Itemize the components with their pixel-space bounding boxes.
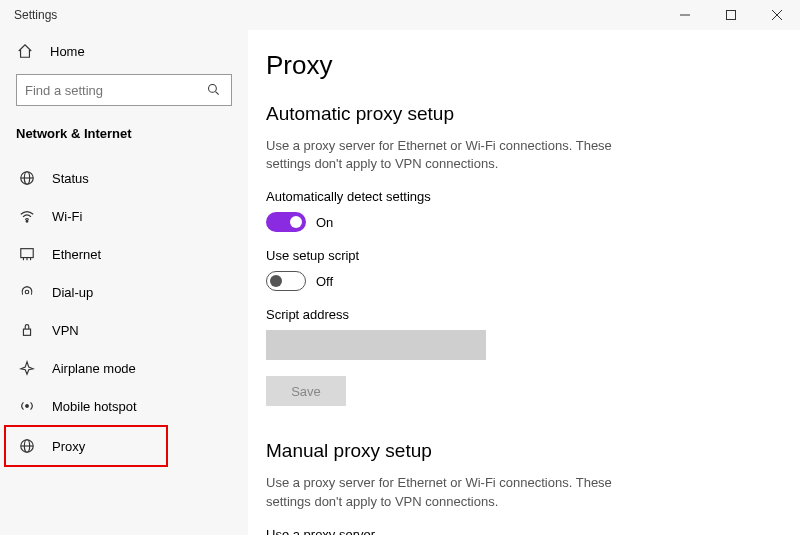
script-toggle[interactable]	[266, 271, 306, 291]
home-icon	[16, 42, 34, 60]
selection-highlight: Proxy	[4, 425, 168, 467]
globe-icon	[18, 169, 36, 187]
sidebar-item-label: Proxy	[52, 439, 85, 454]
search-input[interactable]	[16, 74, 232, 106]
hotspot-icon	[18, 397, 36, 415]
detect-label: Automatically detect settings	[266, 189, 770, 204]
sidebar-item-status[interactable]: Status	[16, 159, 232, 197]
svg-point-9	[26, 220, 28, 222]
sidebar-item-label: VPN	[52, 323, 79, 338]
sidebar-item-wifi[interactable]: Wi-Fi	[16, 197, 232, 235]
sidebar-item-proxy[interactable]: Proxy	[6, 427, 166, 465]
home-button[interactable]: Home	[16, 42, 232, 60]
auto-description: Use a proxy server for Ethernet or Wi-Fi…	[266, 137, 636, 173]
titlebar: Settings	[0, 0, 800, 30]
script-address-input[interactable]	[266, 330, 486, 360]
sidebar-item-label: Status	[52, 171, 89, 186]
script-state: Off	[316, 274, 333, 289]
minimize-button[interactable]	[662, 0, 708, 30]
home-label: Home	[50, 44, 85, 59]
save-button[interactable]: Save	[266, 376, 346, 406]
airplane-icon	[18, 359, 36, 377]
auto-heading: Automatic proxy setup	[266, 103, 770, 125]
vpn-icon	[18, 321, 36, 339]
detect-toggle[interactable]	[266, 212, 306, 232]
manual-heading: Manual proxy setup	[266, 440, 770, 462]
svg-point-4	[209, 85, 217, 93]
window-controls	[662, 0, 800, 30]
svg-point-16	[26, 405, 29, 408]
proxy-icon	[18, 437, 36, 455]
manual-description: Use a proxy server for Ethernet or Wi-Fi…	[266, 474, 636, 510]
sidebar: Home Network & Internet Status Wi-Fi Eth…	[0, 30, 248, 535]
sidebar-item-label: Airplane mode	[52, 361, 136, 376]
sidebar-item-label: Mobile hotspot	[52, 399, 137, 414]
script-label: Use setup script	[266, 248, 770, 263]
search-field[interactable]	[25, 83, 205, 98]
window-title: Settings	[14, 8, 57, 22]
search-icon	[205, 81, 223, 99]
svg-point-14	[25, 290, 29, 294]
main-content: Proxy Automatic proxy setup Use a proxy …	[248, 30, 800, 535]
sidebar-item-vpn[interactable]: VPN	[16, 311, 232, 349]
sidebar-item-ethernet[interactable]: Ethernet	[16, 235, 232, 273]
sidebar-item-label: Ethernet	[52, 247, 101, 262]
use-proxy-label: Use a proxy server	[266, 527, 770, 535]
sidebar-item-hotspot[interactable]: Mobile hotspot	[16, 387, 232, 425]
svg-rect-10	[21, 249, 33, 258]
svg-rect-1	[727, 11, 736, 20]
sidebar-item-label: Dial-up	[52, 285, 93, 300]
wifi-icon	[18, 207, 36, 225]
ethernet-icon	[18, 245, 36, 263]
sidebar-item-airplane[interactable]: Airplane mode	[16, 349, 232, 387]
svg-rect-15	[23, 329, 30, 335]
dialup-icon	[18, 283, 36, 301]
maximize-button[interactable]	[708, 0, 754, 30]
section-heading: Network & Internet	[16, 126, 232, 141]
detect-state: On	[316, 215, 333, 230]
close-button[interactable]	[754, 0, 800, 30]
sidebar-item-dialup[interactable]: Dial-up	[16, 273, 232, 311]
script-address-label: Script address	[266, 307, 770, 322]
svg-line-5	[216, 92, 219, 95]
sidebar-item-label: Wi-Fi	[52, 209, 82, 224]
page-title: Proxy	[266, 50, 770, 81]
